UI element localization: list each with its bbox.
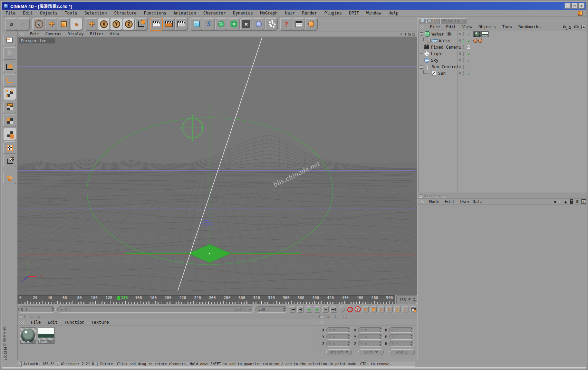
stepper-arrows-icon[interactable]: [379, 328, 382, 332]
apply-button[interactable]: Apply: [389, 349, 415, 355]
move-tool-button[interactable]: +: [46, 18, 57, 30]
add-nurbs-object-button[interactable]: [215, 18, 227, 30]
visibility-dot[interactable]: [459, 39, 461, 42]
om-menu-tags[interactable]: Tags: [502, 24, 512, 29]
viewport-camera-label[interactable]: Perspective: [19, 38, 55, 43]
visibility-dot[interactable]: [459, 52, 461, 55]
check-state-icon[interactable]: ✓: [466, 38, 471, 43]
visibility-dot[interactable]: [463, 34, 464, 36]
autokey-record-button[interactable]: [347, 306, 353, 312]
visibility-dot[interactable]: [463, 41, 464, 43]
stepper-arrows-icon[interactable]: [410, 328, 413, 332]
object-axis-mode-button[interactable]: [3, 74, 16, 87]
tree-row-light[interactable]: Light✓: [418, 50, 587, 57]
coord-field-object-z[interactable]: 0 m: [326, 341, 351, 347]
goto-end-button[interactable]: ▶▶|: [330, 306, 337, 313]
stepper-arrows-icon[interactable]: [347, 335, 350, 339]
panel-grip[interactable]: [319, 321, 324, 324]
link-mode-icon[interactable]: 8: [576, 199, 579, 204]
current-frame-marker[interactable]: [117, 296, 120, 300]
texture-mode-button[interactable]: [3, 141, 16, 154]
undo-button[interactable]: ↺: [6, 18, 17, 30]
close-button[interactable]: ×: [578, 3, 585, 9]
panel-box-icon[interactable]: [19, 315, 22, 318]
viewport-menu-filter[interactable]: Filter: [90, 32, 104, 36]
menu-selection[interactable]: Selection: [85, 11, 107, 16]
materials-menu-function[interactable]: Function: [65, 320, 85, 325]
last-used-tool-button[interactable]: +: [86, 18, 97, 30]
add-spline-object-button[interactable]: S: [203, 18, 215, 30]
panel-grip[interactable]: [420, 25, 424, 29]
attributes-title-bar[interactable]: Attributes: [417, 193, 588, 199]
size-button[interactable]: Size: [358, 349, 384, 355]
dolly-view-icon[interactable]: ↕: [404, 32, 406, 36]
panel-grip[interactable]: [20, 32, 24, 36]
visibility-dot[interactable]: [463, 32, 464, 34]
maximize-view-icon[interactable]: □: [413, 32, 415, 36]
menu-animation[interactable]: Animation: [174, 11, 196, 16]
collapse-expander[interactable]: −: [420, 32, 423, 36]
visibility-dot[interactable]: [463, 39, 464, 40]
stepper-arrows-icon[interactable]: [379, 342, 382, 346]
render-active-view-button[interactable]: [163, 18, 175, 30]
coord-field-size-z[interactable]: 0 m: [358, 341, 383, 347]
visibility-dot[interactable]: [459, 46, 461, 48]
live-selection-button[interactable]: ↖: [33, 18, 45, 30]
add-panel-icon[interactable]: +: [581, 199, 586, 204]
keyframe-selection-button[interactable]: [410, 306, 416, 312]
interface-palette-icon[interactable]: [578, 11, 582, 16]
object-button[interactable]: Object: [326, 349, 352, 355]
menu-objects[interactable]: Objects: [40, 11, 58, 16]
menu-render[interactable]: Render: [302, 11, 317, 16]
content-browser-button[interactable]: [293, 18, 305, 30]
coord-field-apply-h[interactable]: 0 °: [389, 327, 414, 333]
goto-start-button[interactable]: |◀◀: [289, 306, 296, 313]
menu-dpit[interactable]: DPIT: [349, 11, 359, 16]
add-cube-object-button[interactable]: [191, 18, 202, 30]
current-frame-field[interactable]: 133 F: [396, 295, 417, 304]
material-water[interactable]: Water: [20, 327, 36, 344]
snap-settings-button[interactable]: [3, 172, 16, 184]
disabled-tool-button[interactable]: [3, 47, 16, 60]
materials-title-bar[interactable]: Materials: [18, 314, 318, 319]
target-state-icon[interactable]: [466, 45, 471, 50]
viewport-canvas[interactable]: —XYZbbs.chinade.net: [18, 37, 417, 295]
end-frame-field[interactable]: 500 F: [256, 306, 287, 313]
frame-range-slider[interactable]: ◀ 0 F500 F ▶: [57, 306, 254, 313]
lock-x-axis-button[interactable]: X: [98, 18, 110, 30]
coord-field-size-y[interactable]: 0 m: [358, 334, 383, 340]
lock-z-axis-button[interactable]: Z: [123, 18, 135, 30]
record-disabled-button[interactable]: ◌: [339, 306, 345, 312]
add-modeling-object-button[interactable]: [228, 18, 240, 30]
tree-row-water[interactable]: +Water✓: [418, 37, 587, 44]
add-deformer-object-button[interactable]: ×: [240, 18, 252, 30]
panel-box-icon[interactable]: [419, 194, 422, 198]
panel-grip[interactable]: [20, 321, 24, 324]
viewport-menu-edit[interactable]: Edit: [30, 32, 39, 36]
stepper-arrows-icon[interactable]: [379, 335, 382, 339]
tree-row-sun-control[interactable]: −Sun Control: [418, 63, 587, 70]
add-particles-object-button[interactable]: [265, 18, 277, 30]
visibility-dot[interactable]: [463, 45, 464, 47]
stepper-arrows-icon[interactable]: [410, 335, 413, 339]
rotate-view-icon[interactable]: ↻: [408, 32, 411, 36]
visibility-dot[interactable]: [463, 61, 464, 62]
lock-y-axis-button[interactable]: Y: [110, 18, 122, 30]
menu-help[interactable]: Help: [388, 11, 398, 16]
polygon-mode-button[interactable]: [3, 114, 16, 127]
render-view-button[interactable]: [151, 18, 162, 30]
om-menu-bookmarks[interactable]: Bookmarks: [518, 24, 541, 29]
attributes-menu-mode[interactable]: Mode: [429, 199, 439, 204]
model-mode-button[interactable]: [3, 61, 16, 73]
phong-tag-icon[interactable]: [473, 39, 478, 43]
menu-functions[interactable]: Functions: [144, 11, 166, 16]
stepper-arrows-icon[interactable]: [51, 307, 54, 311]
coord-field-object-y[interactable]: 0 m: [326, 334, 351, 340]
stepper-arrows-icon[interactable]: [283, 307, 286, 311]
visibility-dot[interactable]: [463, 74, 464, 76]
tree-row-sky[interactable]: Sky✓: [418, 57, 587, 63]
material-foam[interactable]: Foam: [38, 327, 55, 344]
make-editable-button[interactable]: [3, 34, 16, 46]
render-settings-button[interactable]: [175, 18, 187, 30]
history-back-icon[interactable]: ◀: [553, 199, 556, 204]
